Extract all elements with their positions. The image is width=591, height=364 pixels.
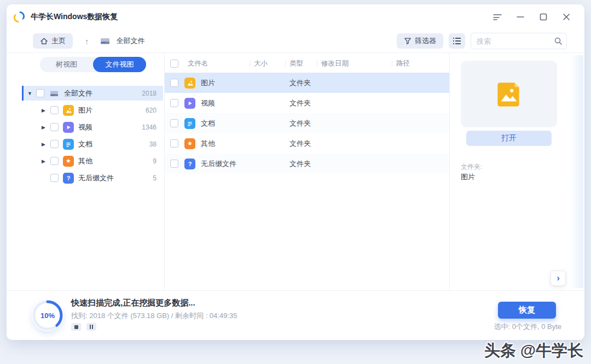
stop-button[interactable] (71, 323, 81, 331)
caret-right-icon[interactable]: ▶ (42, 108, 50, 113)
checkbox[interactable] (50, 123, 59, 131)
preview-meta-value: 图片 (461, 172, 475, 182)
home-icon (40, 37, 48, 45)
caret-down-icon[interactable]: ▼ (27, 91, 36, 96)
tree-item-documents[interactable]: ▶ 文档 38 (22, 137, 163, 151)
close-icon[interactable] (561, 12, 571, 22)
checkbox[interactable] (170, 119, 178, 127)
app-window: 牛学长Windows数据恢复 主页 ↑ 全部文件 (7, 4, 584, 340)
breadcrumb[interactable]: 全部文件 (117, 36, 145, 46)
scan-detail: 找到: 2018 个文件 (573.18 GB) / 剩余时间 : 04:49:… (71, 311, 237, 321)
collapse-panel-button[interactable]: › (551, 271, 566, 286)
up-arrow-icon[interactable]: ↑ (85, 37, 89, 46)
row-name: 视频 (201, 98, 215, 108)
filter-label: 筛选器 (415, 36, 436, 46)
file-table: 文件名 大小 类型 修改日期 路径 图片 文件夹 视频 文件夹 (164, 53, 450, 290)
selection-summary: 选中: 0个文件, 0 Byte (494, 322, 561, 332)
no-extension-file-icon: ? (184, 158, 195, 169)
tree-item-videos[interactable]: ▶ 视频 1346 (22, 120, 163, 134)
search-input[interactable] (471, 33, 567, 49)
tree-item-count: 38 (149, 140, 163, 148)
panel-edge-tint (570, 55, 583, 288)
caret-right-icon[interactable]: ▶ (42, 142, 50, 147)
document-file-icon (63, 139, 74, 150)
tree-item-count: 2018 (142, 90, 163, 97)
tab-tree-view[interactable]: 树视图 (40, 57, 93, 72)
tree-item-pictures[interactable]: ▶ 图片 620 (22, 103, 163, 118)
tree-item-others[interactable]: ▶ ★ 其他 9 (22, 154, 163, 168)
row-name: 其他 (201, 139, 215, 149)
checkbox[interactable] (36, 89, 44, 97)
checkbox[interactable] (170, 160, 178, 168)
row-type: 文件夹 (285, 98, 317, 108)
home-label: 主页 (51, 36, 66, 46)
list-icon (453, 37, 461, 45)
row-name: 文档 (201, 119, 215, 128)
stop-icon (74, 325, 78, 329)
select-all-checkbox[interactable] (170, 60, 178, 68)
table-header: 文件名 大小 类型 修改日期 路径 (165, 57, 449, 70)
list-view-button[interactable] (449, 33, 465, 49)
table-row[interactable]: 文档 文件夹 (165, 113, 449, 133)
tree-item-label: 全部文件 (64, 89, 142, 98)
checkbox[interactable] (50, 140, 59, 148)
column-size[interactable]: 大小 (250, 59, 285, 68)
scan-progress-ring: 10% (32, 300, 63, 331)
toolbar-right: 筛选器 (397, 33, 567, 49)
tree-item-count: 9 (153, 157, 163, 165)
image-file-icon (184, 78, 195, 89)
checkbox[interactable] (50, 157, 59, 165)
tree-item-all-files[interactable]: ▼ 全部文件 2018 (22, 86, 163, 101)
filter-button[interactable]: 筛选器 (397, 33, 443, 49)
document-file-icon (184, 118, 195, 129)
column-type[interactable]: 类型 (285, 59, 317, 68)
tree-item-no-extension[interactable]: ? 无后缀文件 5 (22, 171, 163, 185)
table-row[interactable]: ?无后缀文件 文件夹 (165, 154, 449, 174)
caret-right-icon[interactable]: ▶ (42, 158, 50, 164)
column-path[interactable]: 路径 (392, 59, 449, 68)
checkbox[interactable] (50, 174, 59, 182)
checkbox[interactable] (170, 139, 178, 148)
maximize-icon[interactable] (538, 12, 548, 22)
scan-controls (71, 323, 96, 331)
other-file-icon: ★ (63, 156, 74, 167)
menu-icon[interactable] (493, 12, 502, 22)
tree-item-label: 其他 (78, 156, 153, 166)
column-filename[interactable]: 文件名 (183, 59, 250, 68)
tab-file-view[interactable]: 文件视图 (93, 57, 146, 72)
app-logo-icon (12, 10, 26, 24)
pause-icon (90, 325, 91, 329)
toolbar: 主页 ↑ 全部文件 筛选器 (7, 32, 584, 50)
tree-item-label: 视频 (78, 122, 142, 132)
chevron-right-icon: › (557, 273, 560, 284)
pause-button[interactable] (86, 323, 96, 331)
filter-icon (404, 37, 412, 45)
minimize-icon[interactable] (515, 12, 525, 22)
search-icon[interactable] (554, 37, 563, 45)
content-area: 树视图 文件视图 ▼ 全部文件 2018 ▶ (7, 52, 584, 290)
app-title: 牛学长Windows数据恢复 (31, 12, 118, 22)
other-file-icon: ★ (184, 138, 195, 149)
image-file-icon (493, 78, 525, 110)
file-tree: ▼ 全部文件 2018 ▶ 图片 620 (22, 86, 163, 185)
tree-item-label: 文档 (78, 139, 149, 149)
table-row[interactable]: 视频 文件夹 (165, 93, 449, 113)
column-date[interactable]: 修改日期 (317, 59, 392, 68)
home-button[interactable]: 主页 (33, 33, 73, 49)
table-row[interactable]: 图片 文件夹 (165, 73, 449, 93)
image-file-icon (63, 105, 74, 116)
row-type: 文件夹 (285, 78, 317, 88)
preview-meta-label: 文件夹: (461, 162, 482, 172)
caret-right-icon[interactable]: ▶ (42, 125, 50, 130)
tree-item-count: 5 (153, 174, 163, 182)
pause-icon (92, 325, 93, 329)
open-button[interactable]: 打开 (466, 131, 552, 146)
checkbox[interactable] (170, 99, 178, 107)
checkbox[interactable] (50, 106, 59, 114)
table-row[interactable]: ★其他 文件夹 (165, 133, 449, 154)
row-name: 图片 (201, 78, 215, 88)
video-file-icon (184, 98, 195, 109)
recover-button[interactable]: 恢复 (498, 302, 556, 319)
drive-icon (99, 36, 111, 46)
checkbox[interactable] (170, 79, 178, 87)
